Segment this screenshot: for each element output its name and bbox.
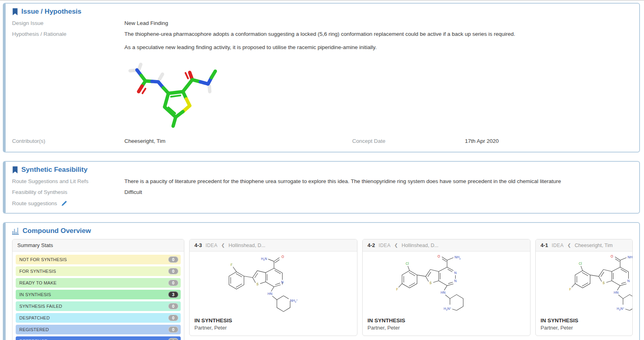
compound-type-label: IDEA bbox=[552, 243, 564, 248]
status-row[interactable]: REGISTERED0 bbox=[16, 325, 181, 334]
compound-overview-panel: Compound Overview Summary Stats NOT FOR … bbox=[3, 222, 640, 340]
compound-card[interactable]: 4-1 IDEA ❮ Cheeseright, Tim Cl F S bbox=[535, 239, 633, 336]
status-row[interactable]: IN SYNTHESIS3 bbox=[16, 290, 181, 299]
status-row-label: FOR SYNTHESIS bbox=[19, 269, 56, 274]
status-row-label: REGISTERED bbox=[19, 327, 49, 332]
compound-status: IN SYNTHESIS bbox=[367, 317, 525, 324]
svg-text:N: N bbox=[281, 281, 284, 284]
synthetic-feasibility-title: Synthetic Feasibility bbox=[12, 166, 633, 174]
svg-text:HN: HN bbox=[268, 292, 272, 296]
contributors-label: Contributor(s) bbox=[12, 138, 124, 145]
svg-text:N: N bbox=[454, 280, 457, 283]
status-row-label: NOT FOR SYNTHESIS bbox=[19, 257, 67, 262]
status-row[interactable]: DESPATCHED0 bbox=[16, 313, 181, 323]
summary-stats-header: Summary Stats bbox=[12, 239, 184, 251]
concept-date-value: 17th Apr 2020 bbox=[465, 138, 633, 145]
bookmark-icon bbox=[12, 8, 18, 16]
concept-date-label: Concept Date bbox=[352, 138, 465, 145]
svg-text:NH2+: NH2+ bbox=[290, 299, 298, 303]
histogram-icon bbox=[12, 227, 19, 235]
issue-hypothesis-title: Issue / Hypothesis bbox=[12, 8, 633, 16]
status-row-label: IN SYNTHESIS bbox=[19, 292, 51, 297]
compound-card-header: 4-2 IDEA ❮ Hollinshead, D... bbox=[363, 239, 530, 251]
contributors-value: Cheeseright, Tim bbox=[124, 138, 352, 145]
svg-text:H2N+: H2N+ bbox=[444, 307, 451, 311]
compound-status: IN SYNTHESIS bbox=[194, 317, 352, 324]
compound-structure-image: Cl F S N N O bbox=[363, 251, 530, 315]
status-row[interactable]: REFERENCE0 bbox=[16, 336, 181, 340]
synthetic-feasibility-panel: Synthetic Feasibility Route Suggestions … bbox=[3, 161, 640, 214]
route-suggestions-label: Route suggestions bbox=[12, 200, 57, 206]
design-issue-value: New Lead Finding bbox=[124, 20, 633, 27]
hypothesis-3d-molecule-image bbox=[124, 57, 220, 130]
status-row-label: SYNTHESIS FAILED bbox=[19, 304, 62, 309]
chevron-left-icon: ❮ bbox=[394, 243, 398, 248]
route-refs-value: There is a paucity of literature precede… bbox=[124, 178, 633, 185]
svg-text:F: F bbox=[396, 288, 398, 291]
svg-text:Cl: Cl bbox=[579, 262, 582, 266]
svg-text:S: S bbox=[429, 282, 432, 285]
svg-text:NH2: NH2 bbox=[627, 256, 633, 260]
svg-text:HN: HN bbox=[441, 291, 446, 295]
summary-stats-box: Summary Stats NOT FOR SYNTHESIS0FOR SYNT… bbox=[12, 239, 184, 340]
svg-text:NH2: NH2 bbox=[454, 256, 460, 260]
svg-text:HN: HN bbox=[614, 291, 619, 295]
status-row-label: READY TO MAKE bbox=[19, 280, 56, 285]
compound-author: Hollinshead, D... bbox=[402, 243, 439, 248]
svg-text:S: S bbox=[603, 282, 605, 285]
compound-author: Hollinshead, D... bbox=[229, 243, 266, 248]
panel-title-text: Synthetic Feasibility bbox=[21, 166, 87, 174]
compound-card[interactable]: 4-3 IDEA ❮ Hollinshead, D... F S bbox=[189, 239, 357, 336]
svg-text:H2N+: H2N+ bbox=[617, 307, 624, 311]
compound-card-footer: IN SYNTHESIS Partner, Peter bbox=[536, 315, 632, 336]
status-count-badge: 0 bbox=[168, 256, 178, 263]
status-count-badge: 0 bbox=[168, 326, 178, 333]
hypothesis-value: The thiophene-urea pharmacophore adopts … bbox=[124, 31, 633, 51]
svg-text:F: F bbox=[231, 264, 233, 267]
panel-title-text: Issue / Hypothesis bbox=[21, 8, 81, 16]
svg-text:O: O bbox=[438, 255, 440, 258]
compound-structure-image: Cl F S N O bbox=[536, 251, 632, 315]
issue-hypothesis-panel: Issue / Hypothesis Design Issue New Lead… bbox=[3, 3, 640, 152]
compound-id: 4-1 bbox=[541, 242, 548, 248]
feasibility-value: Difficult bbox=[124, 189, 633, 196]
status-count-badge: 0 bbox=[168, 303, 178, 309]
compound-card-footer: IN SYNTHESIS Partner, Peter bbox=[363, 315, 530, 336]
compound-cards-row: 4-3 IDEA ❮ Hollinshead, D... F S bbox=[189, 239, 633, 336]
panel-title-text: Compound Overview bbox=[23, 227, 91, 235]
hypothesis-paragraph-2: As a speculative new leading finding act… bbox=[124, 44, 633, 51]
compound-id: 4-2 bbox=[367, 242, 375, 248]
hypothesis-paragraph-1: The thiophene-urea pharmacophore adopts … bbox=[124, 31, 633, 38]
compound-card[interactable]: 4-2 IDEA ❮ Hollinshead, D... Cl F S bbox=[362, 239, 530, 336]
compound-type-label: IDEA bbox=[206, 243, 218, 248]
compound-id: 4-3 bbox=[194, 242, 202, 248]
design-issue-label: Design Issue bbox=[12, 20, 124, 26]
compound-overview-title: Compound Overview bbox=[12, 227, 633, 235]
status-count-badge: 0 bbox=[168, 268, 178, 274]
svg-text:N: N bbox=[454, 272, 457, 275]
compound-card-header: 4-1 IDEA ❮ Cheeseright, Tim bbox=[536, 239, 632, 251]
status-count-badge: 0 bbox=[168, 280, 178, 286]
status-row[interactable]: NOT FOR SYNTHESIS0 bbox=[16, 255, 181, 264]
chevron-left-icon: ❮ bbox=[221, 243, 225, 248]
hypothesis-label: Hypothesis / Rationale bbox=[12, 31, 124, 37]
status-row[interactable]: FOR SYNTHESIS0 bbox=[16, 266, 181, 276]
compound-card-header: 4-3 IDEA ❮ Hollinshead, D... bbox=[190, 239, 357, 251]
status-row[interactable]: SYNTHESIS FAILED0 bbox=[16, 301, 181, 311]
status-count-badge: 0 bbox=[168, 315, 178, 321]
svg-text:N: N bbox=[627, 280, 630, 283]
edit-route-suggestions-button[interactable] bbox=[61, 200, 67, 206]
svg-text:O: O bbox=[611, 255, 613, 258]
status-count-badge: 3 bbox=[168, 291, 178, 298]
compound-partner: Partner, Peter bbox=[541, 325, 627, 331]
feasibility-label: Feasibility of Synthesis bbox=[12, 189, 124, 195]
status-count-badge: 0 bbox=[168, 338, 178, 340]
compound-partner: Partner, Peter bbox=[367, 325, 525, 331]
route-refs-label: Route Suggestions and Lit Refs bbox=[12, 178, 124, 184]
compound-structure-image: F S N O H2N bbox=[190, 251, 357, 315]
status-row[interactable]: READY TO MAKE0 bbox=[16, 278, 181, 288]
svg-text:O: O bbox=[281, 255, 284, 259]
compound-status: IN SYNTHESIS bbox=[541, 317, 627, 324]
svg-text:F: F bbox=[569, 288, 571, 291]
summary-stats-rows: NOT FOR SYNTHESIS0FOR SYNTHESIS0READY TO… bbox=[12, 251, 184, 340]
